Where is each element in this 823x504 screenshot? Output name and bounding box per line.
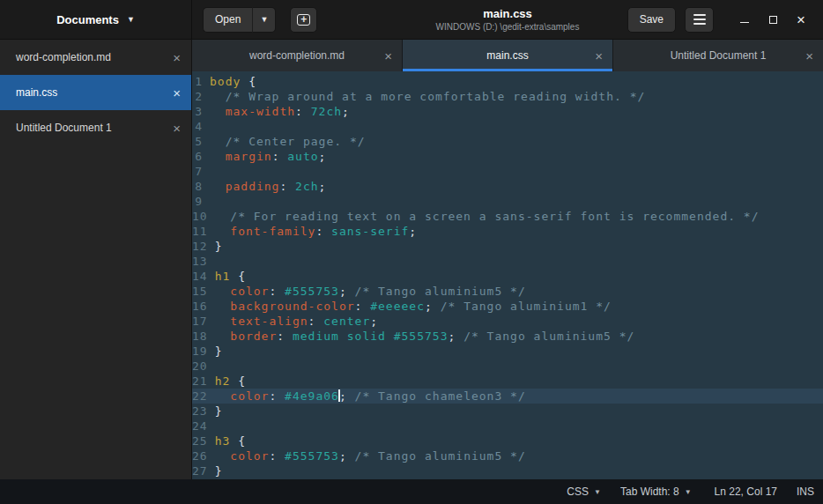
code-line[interactable]: 8 padding: 2ch; bbox=[192, 179, 823, 194]
sidebar-item[interactable]: Untitled Document 1× bbox=[0, 110, 191, 145]
code-line[interactable]: 26 color: #555753; /* Tango aluminium5 *… bbox=[192, 448, 823, 463]
code-line[interactable]: 9 bbox=[192, 194, 823, 209]
code-editor[interactable]: 1body {2 /* Wrap around at a more comfor… bbox=[192, 71, 823, 479]
documents-sidebar: word-completion.md×main.css×Untitled Doc… bbox=[0, 40, 192, 479]
code-text: color: #555753; /* Tango aluminium5 */ bbox=[215, 284, 823, 299]
cursor-position[interactable]: Ln 22, Col 17 bbox=[715, 485, 777, 498]
language-label: CSS bbox=[567, 485, 589, 498]
save-button[interactable]: Save bbox=[627, 7, 676, 33]
open-button[interactable]: Open bbox=[203, 7, 252, 33]
code-token: : bbox=[269, 449, 285, 463]
chevron-down-icon: ▼ bbox=[127, 15, 135, 24]
close-icon[interactable]: × bbox=[595, 49, 603, 63]
code-text: } bbox=[215, 404, 823, 419]
line-number: 5 bbox=[192, 134, 210, 149]
code-text: } bbox=[215, 344, 823, 359]
code-line[interactable]: 4 bbox=[192, 119, 823, 134]
code-line[interactable]: 6 margin: auto; bbox=[192, 149, 823, 164]
sidebar-item-label: main.css bbox=[16, 86, 57, 99]
code-token: ; bbox=[339, 449, 355, 463]
code-line[interactable]: 14h1 { bbox=[192, 269, 823, 284]
code-line[interactable]: 16 background-color: #eeeeec; /* Tango a… bbox=[192, 299, 823, 314]
chevron-down-icon: ▼ bbox=[594, 488, 601, 496]
new-tab-icon: + bbox=[297, 14, 310, 26]
tab-width-label: Tab Width: 8 bbox=[620, 485, 679, 498]
code-line[interactable]: 10 /* For reading text on a screen a san… bbox=[192, 209, 823, 224]
code-text: font-family: sans-serif; bbox=[215, 224, 823, 239]
document-tab[interactable]: word-completion.md× bbox=[192, 40, 403, 71]
chevron-down-icon: ▼ bbox=[260, 15, 268, 24]
code-text bbox=[215, 254, 823, 269]
line-number: 6 bbox=[192, 149, 210, 164]
code-token: : bbox=[279, 180, 295, 193]
code-token: /* Tango aluminium5 */ bbox=[355, 285, 526, 298]
sidebar-header: Documents ▼ bbox=[0, 0, 192, 39]
language-selector[interactable]: CSS ▼ bbox=[567, 485, 601, 498]
code-token: ; bbox=[339, 285, 355, 298]
code-line[interactable]: 22 color: #4e9a06; /* Tango chameleon3 *… bbox=[192, 389, 823, 404]
code-line[interactable]: 17 text-align: center; bbox=[192, 314, 823, 329]
code-text: color: #4e9a06; /* Tango chameleon3 */ bbox=[215, 389, 823, 404]
code-line[interactable]: 3 max-width: 72ch; bbox=[192, 104, 823, 119]
maximize-button[interactable] bbox=[761, 8, 784, 31]
minimize-button[interactable] bbox=[733, 8, 756, 31]
line-number: 12 bbox=[192, 239, 215, 254]
code-token: #555753 bbox=[285, 285, 339, 298]
minimize-icon bbox=[740, 22, 749, 24]
code-token bbox=[215, 285, 231, 298]
line-number: 24 bbox=[192, 419, 215, 434]
window-controls: × bbox=[733, 8, 812, 31]
menu-button[interactable] bbox=[685, 7, 714, 33]
code-line[interactable]: 20 bbox=[192, 359, 823, 374]
code-line[interactable]: 13 bbox=[192, 254, 823, 269]
document-tab[interactable]: main.css× bbox=[403, 40, 613, 71]
code-line[interactable]: 1body { bbox=[192, 74, 823, 89]
code-token bbox=[215, 315, 231, 328]
code-line[interactable]: 23} bbox=[192, 404, 823, 419]
code-line[interactable]: 11 font-family: sans-serif; bbox=[192, 224, 823, 239]
code-line[interactable]: 18 border: medium solid #555753; /* Tang… bbox=[192, 329, 823, 344]
code-line[interactable]: 2 /* Wrap around at a more comfortable r… bbox=[192, 89, 823, 104]
tab-bar: word-completion.md×main.css×Untitled Doc… bbox=[192, 40, 823, 71]
code-line[interactable]: 15 color: #555753; /* Tango aluminium5 *… bbox=[192, 284, 823, 299]
code-text: h2 { bbox=[215, 374, 823, 389]
code-text: /* For reading text on a screen a sans-s… bbox=[215, 209, 823, 224]
close-icon[interactable]: × bbox=[805, 49, 813, 63]
document-tab[interactable]: Untitled Document 1× bbox=[613, 40, 823, 71]
line-number: 21 bbox=[192, 374, 215, 389]
sidebar-item[interactable]: main.css× bbox=[0, 75, 191, 110]
code-line[interactable]: 27} bbox=[192, 463, 823, 478]
code-line[interactable]: 12} bbox=[192, 239, 823, 254]
line-number: 19 bbox=[192, 344, 215, 359]
code-token: color bbox=[230, 449, 269, 463]
code-token bbox=[215, 449, 231, 463]
documents-menu-label: Documents bbox=[56, 13, 119, 26]
code-text: color: #555753; /* Tango aluminium5 */ bbox=[215, 448, 823, 463]
code-line[interactable]: 7 bbox=[192, 164, 823, 179]
code-token: ; bbox=[319, 180, 327, 193]
code-line[interactable]: 19} bbox=[192, 344, 823, 359]
close-icon[interactable]: × bbox=[173, 86, 181, 100]
input-mode-indicator[interactable]: INS bbox=[797, 485, 814, 498]
new-tab-button[interactable]: + bbox=[290, 7, 317, 33]
line-number: 27 bbox=[192, 463, 215, 478]
documents-menu-button[interactable]: Documents ▼ bbox=[56, 13, 135, 26]
code-token bbox=[210, 150, 226, 163]
close-icon[interactable]: × bbox=[173, 122, 181, 135]
close-icon[interactable]: × bbox=[384, 49, 392, 63]
close-button[interactable]: × bbox=[790, 8, 812, 31]
code-line[interactable]: 24 bbox=[192, 419, 823, 434]
code-line[interactable]: 5 /* Center page. */ bbox=[192, 134, 823, 149]
code-token bbox=[215, 300, 231, 313]
sidebar-item[interactable]: word-completion.md× bbox=[0, 40, 191, 75]
code-token bbox=[215, 330, 231, 343]
code-token: ; bbox=[370, 315, 378, 328]
open-dropdown-button[interactable]: ▼ bbox=[252, 7, 276, 33]
close-icon[interactable]: × bbox=[173, 51, 181, 64]
line-number: 18 bbox=[192, 329, 215, 344]
code-token: /* Tango aluminium5 */ bbox=[355, 449, 526, 463]
code-token: #4e9a06 bbox=[285, 389, 339, 403]
code-line[interactable]: 21h2 { bbox=[192, 374, 823, 389]
tab-width-selector[interactable]: Tab Width: 8 ▼ bbox=[620, 485, 692, 498]
code-line[interactable]: 25h3 { bbox=[192, 434, 823, 448]
